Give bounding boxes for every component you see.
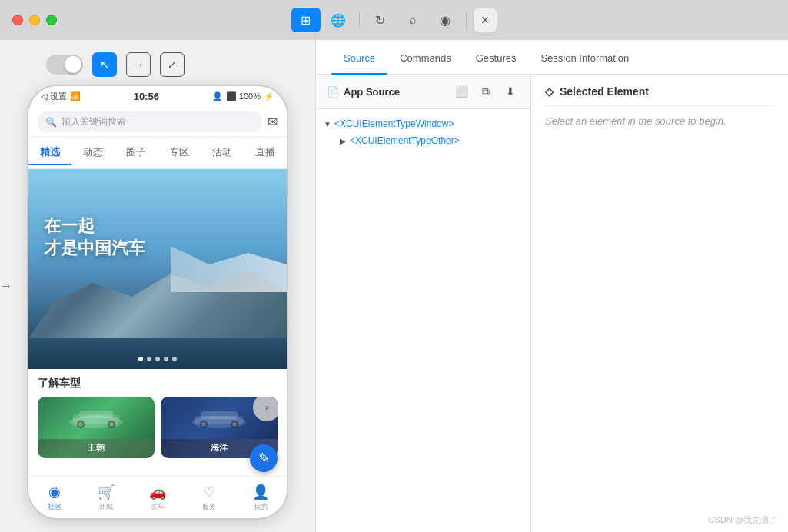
car-name-wangchao: 王朝 [38,442,155,454]
toggle-switch[interactable] [46,55,83,75]
community-icon: ◉ [48,484,61,500]
source-action-copy[interactable]: ⧉ [477,82,495,101]
left-arrow-indicator: → [0,279,12,293]
mail-icon[interactable]: ✉ [268,115,278,129]
toolbar-close-button[interactable]: ✕ [473,8,497,32]
traffic-light-red[interactable] [12,15,23,25]
service-icon: ♡ [203,484,215,500]
toolbar-separator-1 [359,12,360,28]
traffic-light-yellow[interactable] [29,15,40,25]
source-action-download[interactable]: ⬇ [501,82,520,101]
tab-source[interactable]: Source [331,40,387,75]
search-placeholder: 输入关键词搜索 [62,115,126,128]
hero-text: 在一起才是中国汽车 [44,215,145,259]
bottom-nav-community[interactable]: ◉ 社区 [28,484,80,512]
traffic-light-green[interactable] [46,15,57,25]
tree-node-other[interactable]: ▶ <XCUIElementTypeOther> [316,132,530,149]
car-section-title: 了解车型 [38,377,278,391]
selected-element-panel: ◇ Selected Element Select an element in … [531,75,788,532]
nav-item-jingxuan[interactable]: 精选 [28,141,71,165]
arrow-button[interactable]: → [126,52,151,77]
tree-arrow-other: ▶ [337,137,348,145]
status-time: 10:56 [134,91,159,102]
toolbar-separator-2 [466,12,467,28]
phone-frame: ◁ 设置 📶 10:56 👤 ⬛ 100% ⚡ 🔍 输入关键词搜索 ✉ [27,85,288,520]
hero-dot-1[interactable] [138,357,143,361]
svg-point-12 [201,422,206,427]
phone-panel: → ↖ → ⤢ ◁ 设置 📶 10:56 👤 ⬛ 100% ⚡ [0,40,315,532]
phone-controls: ↖ → ⤢ [46,52,185,77]
wifi-icon: 📶 [70,91,81,101]
toolbar-search-button[interactable]: ⌕ [398,8,427,32]
phone-status-bar: ◁ 设置 📶 10:56 👤 ⬛ 100% ⚡ [28,86,287,107]
source-title-label: App Source [344,86,400,98]
bottom-nav-service[interactable]: ♡ 服务 [184,484,235,512]
nav-item-quanzi[interactable]: 圈子 [115,141,158,165]
hero-dots [138,357,177,361]
buycar-icon: 🚗 [149,484,166,500]
svg-point-5 [78,422,83,427]
hero-dot-5[interactable] [172,357,177,361]
car-section: 了解车型 [28,369,287,466]
toolbar-eye-button[interactable]: ◉ [431,8,460,32]
main-layout: → ↖ → ⤢ ◁ 设置 📶 10:56 👤 ⬛ 100% ⚡ [0,40,788,532]
status-left: ◁ 设置 📶 [41,91,81,102]
toolbar-globe-button[interactable]: 🌐 [324,8,353,32]
right-panel: Source Commands Gestures Session Informa… [315,40,788,532]
hero-dot-2[interactable] [147,357,151,361]
tab-gestures[interactable]: Gestures [464,40,529,75]
traffic-lights [12,15,57,25]
tree-label-window: <XCUIElementTypeWindow> [334,118,454,129]
selected-element-title: Selected Element [560,85,649,98]
tree-arrow-window: ▼ [322,120,333,128]
status-right: 👤 ⬛ 100% ⚡ [212,91,274,101]
tree-label-other: <XCUIElementTypeOther> [350,135,460,146]
source-title-icon: 📄 [327,86,339,98]
tab-session-info[interactable]: Session Information [528,40,641,75]
source-actions: ⬜ ⧉ ⬇ [452,82,520,101]
battery-icon: ⚡ [264,91,274,101]
status-settings: 设置 [50,91,67,102]
source-tree: ▼ <XCUIElementTypeWindow> ▶ <XCUIElement… [316,109,530,532]
fab-edit-button[interactable]: ✎ [250,444,278,472]
tab-commands[interactable]: Commands [387,40,463,75]
phone-bottom-nav: ◉ 社区 🛒 商城 🚗 买车 ♡ 服务 👤 我的 [28,476,287,518]
source-panel: 📄 App Source ⬜ ⧉ ⬇ ▼ <XCUIElementTypeWin… [316,75,531,532]
store-icon: 🛒 [98,484,115,500]
hero-dot-4[interactable] [164,357,168,361]
toolbar-refresh-button[interactable]: ↻ [366,8,395,32]
bottom-nav-profile[interactable]: 👤 我的 [235,484,287,512]
bottom-nav-buycar[interactable]: 🚗 买车 [131,484,183,512]
expand-button[interactable]: ⤢ [160,52,185,77]
selected-element-icon: ◇ [545,85,554,98]
nav-item-dongtai[interactable]: 动态 [71,141,115,165]
svg-rect-9 [201,411,238,419]
signal-icon: ◁ [41,91,47,101]
source-title: 📄 App Source [327,86,400,98]
store-label: 商城 [99,502,113,512]
toolbar-grid-button[interactable]: ⊞ [291,8,321,32]
app-search-bar: 🔍 输入关键词搜索 ✉ [28,107,287,138]
nav-item-zhibo[interactable]: 直播 [244,141,287,165]
source-action-expand[interactable]: ⬜ [452,82,470,101]
profile-icon: 👤 [252,484,269,500]
app-search-input[interactable]: 🔍 输入关键词搜索 [38,111,261,132]
car-grid: 王朝 [38,397,278,458]
profile-label: 我的 [254,502,268,512]
toolbar-center: ⊞ 🌐 ↻ ⌕ ◉ ✕ [291,8,497,32]
car-img-1 [38,397,155,439]
pointer-button[interactable]: ↖ [92,52,117,77]
tree-node-window[interactable]: ▼ <XCUIElementTypeWindow> [316,115,530,132]
svg-rect-2 [79,411,113,418]
scroll-more-button[interactable]: › [253,397,278,421]
nav-item-huodong[interactable]: 活动 [201,141,244,165]
hero-banner: 在一起才是中国汽车 [28,169,287,369]
bottom-nav-store[interactable]: 🛒 商城 [80,484,131,512]
car-card-wangchao[interactable]: 王朝 [38,397,155,458]
watermark: CSDN @我先测了 [709,514,777,526]
battery-percent: ⬛ 100% [226,91,261,101]
hero-dot-3[interactable] [155,357,160,361]
buycar-label: 买车 [151,502,165,512]
title-bar: ⊞ 🌐 ↻ ⌕ ◉ ✕ [0,0,788,40]
nav-item-zhuanqu[interactable]: 专区 [158,141,201,165]
